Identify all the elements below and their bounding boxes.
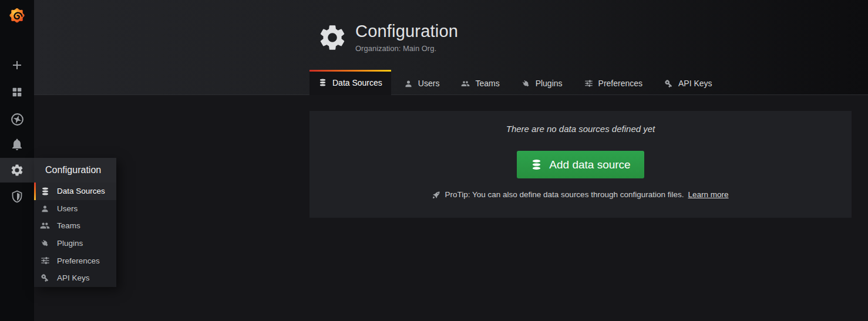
add-data-source-button[interactable]: Add data source	[517, 151, 644, 178]
page-title: Configuration	[355, 22, 458, 41]
flyout-item-label: Data Sources	[57, 187, 105, 195]
database-icon	[530, 158, 543, 171]
sidebar	[0, 0, 34, 321]
flyout-item-label: Users	[57, 204, 78, 213]
learn-more-link[interactable]: Learn more	[688, 190, 728, 199]
flyout-item-users[interactable]: Users	[34, 200, 116, 218]
tab-api-keys[interactable]: API Keys	[655, 72, 721, 95]
flyout-item-plugins[interactable]: Plugins	[34, 235, 116, 252]
user-icon	[40, 204, 50, 214]
sidebar-item-alerting[interactable]	[0, 132, 34, 157]
tab-bar: Data Sources Users Teams Plugins Prefere…	[309, 70, 725, 95]
key-icon	[40, 273, 50, 283]
sidebar-item-explore[interactable]	[0, 107, 34, 131]
tab-teams[interactable]: Teams	[452, 72, 508, 95]
tab-preferences[interactable]: Preferences	[576, 72, 651, 95]
page-header: Configuration Organization: Main Org. Da…	[34, 0, 868, 95]
flyout-item-label: Plugins	[57, 239, 83, 248]
dashboards-icon	[11, 86, 23, 99]
tab-plugins[interactable]: Plugins	[513, 72, 571, 95]
tab-label: Users	[418, 79, 440, 88]
plug-icon	[522, 79, 530, 88]
sliders-icon	[40, 256, 50, 266]
flyout-title: Configuration	[34, 158, 116, 183]
plus-icon	[10, 58, 24, 72]
users-icon	[40, 221, 50, 231]
user-icon	[404, 79, 413, 88]
tab-data-sources[interactable]: Data Sources	[309, 70, 391, 95]
tab-users[interactable]: Users	[395, 72, 449, 95]
flyout-item-data-sources[interactable]: Data Sources	[34, 183, 116, 200]
flyout-item-api-keys[interactable]: API Keys	[34, 269, 116, 287]
key-icon	[664, 79, 673, 88]
configuration-flyout: Configuration Data Sources Users Teams P…	[34, 158, 116, 287]
shield-icon	[10, 190, 24, 204]
plug-icon	[40, 238, 50, 248]
tab-label: API Keys	[678, 79, 712, 88]
flyout-item-teams[interactable]: Teams	[34, 217, 116, 235]
flyout-item-preferences[interactable]: Preferences	[34, 252, 116, 269]
grafana-logo-icon[interactable]	[0, 4, 34, 29]
tab-label: Plugins	[536, 79, 563, 88]
database-icon	[40, 186, 50, 196]
empty-state-message: There are no data sources defined yet	[309, 111, 852, 134]
sliders-icon	[584, 79, 593, 88]
bell-icon	[10, 137, 24, 151]
protip-row: ProTip: You can also define data sources…	[309, 190, 852, 199]
gear-icon	[10, 163, 24, 177]
tab-label: Teams	[475, 79, 499, 88]
rocket-icon	[432, 191, 440, 199]
users-icon	[461, 79, 470, 88]
protip-text: ProTip: You can also define data sources…	[445, 190, 684, 199]
page-subtitle: Organization: Main Org.	[355, 44, 458, 53]
tab-label: Preferences	[598, 79, 642, 88]
database-icon	[318, 78, 327, 87]
sidebar-item-create[interactable]	[0, 53, 34, 77]
flyout-item-label: Preferences	[57, 256, 100, 265]
flyout-item-label: Teams	[57, 221, 80, 230]
flyout-item-label: API Keys	[57, 273, 90, 282]
gear-icon	[317, 22, 348, 53]
sidebar-item-configuration[interactable]	[0, 158, 34, 183]
flyout-menu: Data Sources Users Teams Plugins Prefere…	[34, 183, 116, 287]
tab-label: Data Sources	[332, 78, 382, 87]
compass-icon	[10, 112, 25, 127]
sidebar-item-dashboards[interactable]	[0, 80, 34, 104]
grafana-logo-icon	[7, 6, 27, 26]
add-button-label: Add data source	[549, 158, 630, 171]
sidebar-item-server-admin[interactable]	[0, 184, 34, 209]
empty-datasources-panel: There are no data sources defined yet Ad…	[309, 111, 852, 218]
